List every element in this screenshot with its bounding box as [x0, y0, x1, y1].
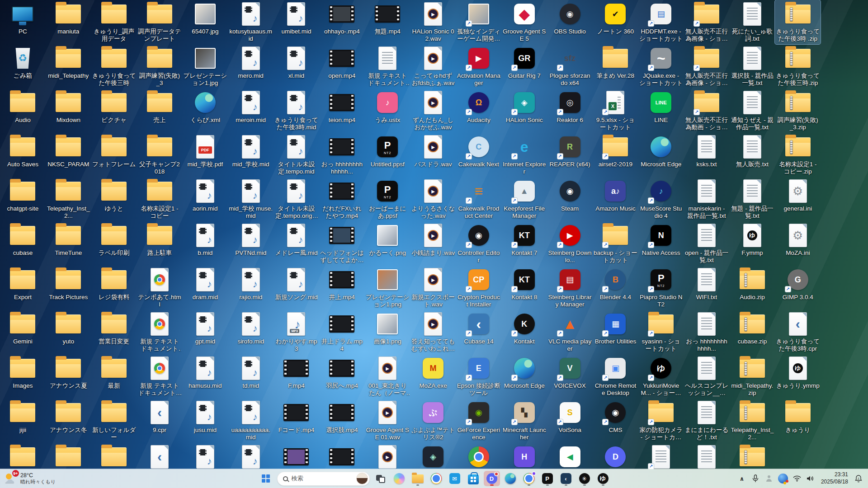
- desktop-icon[interactable]: 新しいフォルダー: [91, 399, 137, 443]
- desktop-icon[interactable]: ‹↗Cubase 14: [456, 310, 501, 354]
- desktop-icon[interactable]: midi_Telepathy.zip: [730, 354, 775, 399]
- taskbar-copilot-button[interactable]: [391, 471, 407, 486]
- desktop-icon[interactable]: おっ hhhhhhhhhhhh...: [684, 310, 730, 354]
- start-button[interactable]: [257, 471, 274, 486]
- wifi-icon[interactable]: [791, 471, 803, 486]
- desktop-icon[interactable]: TimeTune: [46, 221, 91, 266]
- desktop-icon[interactable]: ヘルスコンプレッション__歌詞.txt: [684, 354, 730, 399]
- desktop-icon[interactable]: B↗Blender 4.4: [593, 266, 638, 310]
- desktop-icon[interactable]: ▶バスドラ.wav: [410, 133, 456, 177]
- desktop-icon[interactable]: 選択肢 - 親作品一覧.txt: [730, 44, 775, 89]
- desktop-icon[interactable]: ♪gpt.mid: [182, 310, 228, 354]
- desktop-icon[interactable]: ~↗JQuake.exe - ショートカット: [638, 44, 684, 89]
- desktop-icon[interactable]: V↗VOICEVOX: [547, 354, 593, 399]
- desktop-icon[interactable]: 死にたい_ゅ歌詞.txt: [730, 0, 775, 44]
- desktop-icon[interactable]: ▶HALion Sonic 02.wav: [410, 0, 456, 44]
- desktop-icon[interactable]: きゅうり食ってた午後3時 .zip: [775, 0, 821, 44]
- desktop-icon[interactable]: manisekarin - 親作品一覧.txt: [684, 177, 730, 221]
- taskbar-piapro-studio-button[interactable]: P: [539, 471, 556, 486]
- desktop-icon[interactable]: ♪td.mid: [228, 354, 274, 399]
- desktop-icon[interactable]: ♪sirofo.mid: [228, 310, 274, 354]
- desktop-icon[interactable]: ▶新規エクスポート.wav: [410, 266, 456, 310]
- desktop-icon[interactable]: ♪MP3わかりやす.mp3: [274, 310, 319, 354]
- desktop-icon[interactable]: ↗無人販売不正行為動画 - ショートカット: [684, 89, 730, 133]
- desktop-icon[interactable]: 井上ドラム.mp4: [319, 310, 365, 354]
- desktop-icon[interactable]: ▚↗Minecraft Launcher: [501, 399, 547, 443]
- desktop-icon[interactable]: ▶ずんだもん_しおかぜふ.wav: [410, 89, 456, 133]
- tray-overflow-chevron-icon[interactable]: ∧: [736, 471, 748, 486]
- desktop-icon[interactable]: ≡↗Cakewalk Product Center: [456, 177, 501, 221]
- desktop-icon[interactable]: ▶小銭詰まり.wav: [410, 221, 456, 266]
- taskbar-microsoft-store-button[interactable]: [465, 471, 481, 486]
- desktop-icon[interactable]: ピクチャ: [91, 89, 137, 133]
- desktop-icon[interactable]: midi_Telepathy: [46, 44, 91, 89]
- desktop-icon[interactable]: ♪meroin.mid: [228, 89, 274, 133]
- desktop-icon[interactable]: K↗Kontakt: [501, 310, 547, 354]
- desktop-icon[interactable]: プレゼンテーション1.jpg: [182, 44, 228, 89]
- desktop-icon[interactable]: 営業日変更: [91, 310, 137, 354]
- desktop-icon[interactable]: sfz↗Plogue sforzando x64: [547, 44, 593, 89]
- desktop-icon[interactable]: ▤↗Steinberg Library Manager: [547, 266, 593, 310]
- desktop-icon[interactable]: ♪xl.mid: [274, 44, 319, 89]
- desktop-icon[interactable]: レジ袋有料: [91, 266, 137, 310]
- desktop-icon[interactable]: e↗Internet Explorer: [501, 133, 547, 177]
- desktop-icon[interactable]: きゅうり食ってた午後三時: [91, 44, 137, 89]
- desktop-icon[interactable]: ‹きゅうり食ってた午後3時.cpr: [775, 310, 821, 354]
- desktop-icon[interactable]: Export: [0, 266, 46, 310]
- desktop-icon[interactable]: 新規 テキスト ドキュメント.html: [137, 354, 183, 399]
- desktop-icon[interactable]: Telepathy_Inst_2...: [730, 399, 775, 443]
- desktop-icon[interactable]: a♪Amazon Music: [593, 177, 638, 221]
- desktop-icon[interactable]: ▶こってゅhdずおfdsbふぁ.wav: [410, 44, 456, 89]
- desktop-icon[interactable]: ♪aorin.mid: [182, 177, 228, 221]
- desktop-icon[interactable]: ヘッドフォンはずしててよかっt.mp4: [319, 221, 365, 266]
- desktop-icon[interactable]: ♪hamusu.mid: [182, 354, 228, 399]
- desktop-icon[interactable]: 名称未設定1 - コピー: [137, 177, 183, 221]
- desktop-icon[interactable]: R↗REAPER (x64): [547, 133, 593, 177]
- desktop-icon[interactable]: S↗VoiSona: [547, 399, 593, 443]
- desktop-icon[interactable]: ♪うみ.ustx: [365, 89, 410, 133]
- desktop-icon[interactable]: 筆まめ Ver.28: [593, 44, 638, 89]
- background-app-icon[interactable]: [763, 471, 775, 486]
- desktop-icon[interactable]: プレゼンテーション1.png: [365, 266, 410, 310]
- desktop-icon[interactable]: ラベル印刷: [91, 221, 137, 266]
- desktop-icon[interactable]: ♪メドレー風.mid: [274, 221, 319, 266]
- desktop-icon[interactable]: ◉↗GeForce Experience: [456, 399, 501, 443]
- taskbar-task-view-button[interactable]: [373, 471, 389, 486]
- desktop-icon[interactable]: ♪kotusytuaaus.mid: [228, 0, 274, 44]
- desktop-icon[interactable]: テンポあて.html: [137, 266, 183, 310]
- desktop-icon[interactable]: 無題 - 親作品一覧.txt: [730, 177, 775, 221]
- desktop-icon[interactable]: 65407.jpg: [182, 0, 228, 44]
- desktop-icon[interactable]: だれだFXいれたやつ.mp4: [319, 177, 365, 221]
- taskbar-cubase-button[interactable]: ‹: [558, 471, 574, 486]
- desktop-icon[interactable]: ▶↗Steinberg Downlo...: [547, 221, 593, 266]
- desktop-icon[interactable]: chatgpt-site: [0, 177, 46, 221]
- desktop-icon[interactable]: ♪b.mid: [182, 221, 228, 266]
- desktop-icon[interactable]: きゅうり_調声用データ: [91, 0, 137, 44]
- desktop-icon[interactable]: ohhayo-.mp4: [319, 0, 365, 44]
- desktop-icon[interactable]: ↗backup - ショートカット: [593, 221, 638, 266]
- desktop-icon[interactable]: NKSC_PARAM: [46, 133, 91, 177]
- desktop-icon[interactable]: ゆ↗YukkuriMovieM... - ショートカット: [638, 354, 684, 399]
- desktop-icon[interactable]: ✔ノートン 360: [593, 0, 638, 44]
- desktop-icon[interactable]: ぷぷよぷよ™テトリス®2: [410, 399, 456, 443]
- desktop-icon[interactable]: ♪dram.mid: [182, 266, 228, 310]
- desktop-icon[interactable]: open - 親作品一覧.txt: [684, 221, 730, 266]
- desktop-icon[interactable]: きゅうり: [775, 399, 821, 443]
- desktop-icon[interactable]: 新規 テキスト ドキュメント.musicxml: [365, 44, 410, 89]
- desktop-icon[interactable]: 売上: [137, 89, 183, 133]
- desktop-icon[interactable]: Ω↗Audacity: [456, 89, 501, 133]
- desktop-icon[interactable]: ↗無人販売不正行為画像 - ショートカッ...: [684, 0, 730, 44]
- desktop-icon[interactable]: まにまにわーるど！.txt: [684, 399, 730, 443]
- desktop-icon[interactable]: Auto Saves: [0, 133, 46, 177]
- desktop-icon[interactable]: ↗Microsoft Edge: [501, 354, 547, 399]
- desktop-icon[interactable]: ↗syasinn - ショートカット: [638, 310, 684, 354]
- desktop-icon[interactable]: ▶↗Activation Manager: [456, 44, 501, 89]
- desktop-icon[interactable]: ◆Groove Agent SE 5: [501, 0, 547, 44]
- desktop-icon[interactable]: PNT2↗Piapro Studio NT2: [638, 266, 684, 310]
- weather-widget[interactable]: ☁ 9+ 28°C 晴れ時々くもり: [5, 469, 56, 488]
- desktop-icon[interactable]: PNT2おーばーまにあ.ppsf: [365, 177, 410, 221]
- desktop-icon[interactable]: ♪新規ソング.mid: [274, 266, 319, 310]
- desktop-icon[interactable]: かるーく.png: [365, 221, 410, 266]
- desktop-icon[interactable]: Microsoft Edge: [638, 133, 684, 177]
- desktop-icon[interactable]: ♪jusu.mid: [182, 399, 228, 443]
